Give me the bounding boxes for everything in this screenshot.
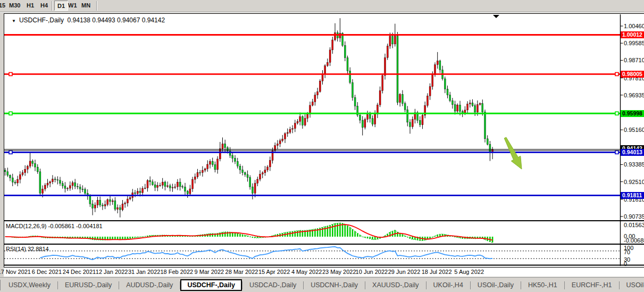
date-axis-label: 9 Mar 2022 bbox=[195, 269, 224, 275]
chart-tab-audusd-daily[interactable]: AUDUSD-,Daily bbox=[119, 279, 180, 291]
chart-tab-hk50-h1[interactable]: HK50-,H1 bbox=[521, 279, 564, 291]
price-axis-label: 0.92510 bbox=[624, 179, 644, 185]
date-axis-label: 4 May 2022 bbox=[291, 269, 322, 275]
date-axis-label: 28 Mar 2022 bbox=[225, 269, 258, 275]
timeframe-button-d1[interactable]: D1 bbox=[54, 1, 68, 11]
chart-tab-eurchf-h1[interactable]: EURCHF-,H1 bbox=[565, 279, 619, 291]
date-axis-label: 10 Jun 2022 bbox=[356, 269, 388, 275]
date-axis-label: 5 Aug 2022 bbox=[454, 269, 484, 275]
date-axis-label: 6 Dec 2021 bbox=[32, 269, 62, 275]
chart-tab-xauusd-daily[interactable]: XAUUSD-,Daily bbox=[365, 279, 426, 291]
date-axis-label: 17 Nov 2021 bbox=[0, 269, 31, 275]
chart-tab-usoil-h4[interactable]: USOil-,H4 bbox=[620, 279, 644, 291]
price-axis-label: 1.00460 bbox=[624, 23, 644, 29]
level-price-badge: 1.00012 bbox=[621, 31, 644, 38]
chart-symbol: USDCHF-,Daily bbox=[19, 16, 64, 24]
tab-stub[interactable] bbox=[0, 280, 1, 290]
macd-axis-label: 0.015636 bbox=[624, 222, 644, 228]
date-axis-label: 31 Jan 2022 bbox=[128, 269, 161, 275]
chart-tab-bar: USDX,WeeklyEURUSD-,DailyAUDUSD-,DailyUSD… bbox=[0, 277, 644, 292]
timeframe-toolbar: 15M30H1H4D1W1MN bbox=[0, 0, 644, 12]
macd-indicator-label: MACD(12,26,9) -0.005861 -0.004181 bbox=[6, 223, 103, 229]
toolbar-separator bbox=[52, 1, 53, 11]
chart-tab-usdchf-daily[interactable]: USDCHF-,Daily bbox=[180, 279, 242, 291]
timeframe-button-15[interactable]: 15 bbox=[0, 2, 5, 9]
chart-tab-usdcnh-daily[interactable]: USDCNH-,Daily bbox=[304, 279, 365, 291]
date-axis-label: 18 Feb 2022 bbox=[160, 269, 193, 275]
level-price-badge: 0.95998 bbox=[621, 110, 644, 117]
date-axis-label: 24 Dec 2021 bbox=[63, 269, 96, 275]
chart-tab-usdx-weekly[interactable]: USDX,Weekly bbox=[2, 279, 57, 291]
timeframe-button-h1[interactable]: H1 bbox=[27, 2, 34, 9]
rsi-indicator-label: RSI(14) 32.8814 bbox=[6, 246, 49, 252]
chart-tab-usoil-daily[interactable]: USOil-,Daily bbox=[471, 279, 521, 291]
level-price-badge: 0.98005 bbox=[621, 71, 644, 78]
chart-ohlc-values: 0.94138 0.94493 0.94067 0.94142 bbox=[68, 16, 165, 24]
toolbar-separator bbox=[96, 1, 97, 11]
date-axis-label: 29 Jun 2022 bbox=[388, 269, 421, 275]
date-axis-label: 12 Jan 2022 bbox=[96, 269, 128, 275]
toolbar-edge bbox=[0, 12, 644, 13]
date-axis-label: 18 Jul 2022 bbox=[422, 269, 452, 275]
price-axis-label: 0.93385 bbox=[624, 161, 644, 168]
chart-frame bbox=[4, 13, 644, 268]
rsi-axis-label: 0 bbox=[624, 261, 627, 267]
timeframe-button-m30[interactable]: M30 bbox=[9, 2, 20, 9]
chart-tab-ukoil-h4[interactable]: UKOil-,H4 bbox=[426, 279, 470, 291]
timeframe-button-w1[interactable]: W1 bbox=[68, 2, 77, 9]
level-price-badge: 0.94013 bbox=[621, 149, 644, 156]
macd-axis-label: -0.006884 bbox=[624, 237, 644, 244]
price-axis-label: 0.98710 bbox=[624, 57, 644, 63]
chart-tab-usdcad-daily[interactable]: USDCAD-,Daily bbox=[242, 279, 303, 291]
price-axis-label: 0.95160 bbox=[624, 127, 644, 133]
date-axis-label: 23 May 2022 bbox=[322, 269, 356, 275]
level-price-badge: 0.91811 bbox=[621, 192, 644, 199]
chart-title: ▼USDCHF-,Daily 0.94138 0.94493 0.94067 0… bbox=[12, 16, 165, 24]
price-axis-label: 0.90735 bbox=[624, 213, 644, 220]
date-axis-label: 15 Apr 2022 bbox=[258, 269, 290, 275]
price-axis-label: 0.96935 bbox=[624, 92, 644, 98]
timeframe-button-h4[interactable]: H4 bbox=[40, 2, 48, 9]
rsi-axis-label: 70 bbox=[624, 249, 630, 255]
timeframe-button-mn[interactable]: MN bbox=[81, 2, 90, 9]
chart-tab-eurusd-daily[interactable]: EURUSD-,Daily bbox=[58, 279, 119, 291]
mt4-terminal: 15M30H1H4D1W1MN ▼USDCHF-,Daily 0.94138 0… bbox=[0, 0, 644, 292]
chart-dropdown-icon[interactable]: ▼ bbox=[12, 19, 16, 23]
price-axis-label: 0.99585 bbox=[624, 40, 644, 46]
